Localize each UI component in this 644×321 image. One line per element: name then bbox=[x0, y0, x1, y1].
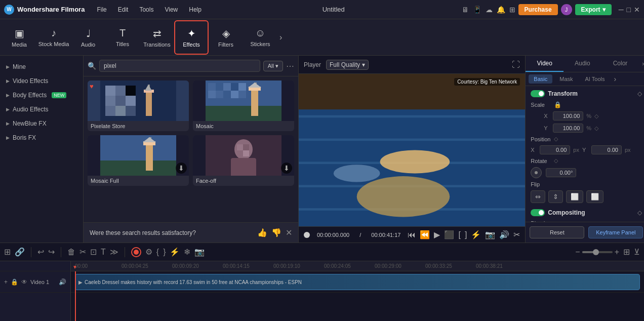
settings-tl-icon[interactable]: ⚙ bbox=[145, 247, 152, 257]
upload-icon[interactable]: ☁ bbox=[486, 6, 493, 14]
cut-icon[interactable]: ✂ bbox=[79, 247, 86, 257]
mark-out-tl-icon[interactable]: } bbox=[163, 248, 166, 257]
skip-back-icon[interactable]: ⏮ bbox=[408, 230, 416, 239]
phone-icon[interactable]: 📱 bbox=[473, 6, 481, 14]
stop-icon[interactable]: ⬛ bbox=[444, 230, 454, 239]
crop-tl-icon[interactable]: ⊡ bbox=[90, 247, 97, 257]
tool-stock-media[interactable]: ♪ Stock Media bbox=[36, 20, 71, 55]
tool-media[interactable]: ▣ Media bbox=[2, 20, 36, 55]
avatar[interactable]: J bbox=[561, 4, 572, 15]
playhead[interactable] bbox=[75, 271, 76, 321]
purchase-button[interactable]: Purchase bbox=[518, 4, 558, 15]
compositing-reset-icon[interactable]: ◇ bbox=[637, 209, 642, 216]
flip-horizontal-button[interactable]: ⇔ bbox=[531, 190, 545, 203]
rotate-dial[interactable] bbox=[531, 167, 542, 178]
tool-stickers[interactable]: ☺ Stickers bbox=[243, 20, 277, 55]
scale-x-reset-icon[interactable]: ◇ bbox=[594, 113, 598, 119]
tool-effects[interactable]: ✦ Effects bbox=[174, 20, 209, 55]
tab-audio[interactable]: Audio bbox=[564, 56, 601, 72]
menu-tools[interactable]: Tools bbox=[135, 5, 157, 15]
track-volume-icon[interactable]: 🔊 bbox=[59, 278, 66, 286]
sidebar-item-newblue-fx[interactable]: ▶ NewBlue FX bbox=[0, 116, 83, 131]
tool-titles[interactable]: T Titles bbox=[105, 20, 140, 55]
crop-icon[interactable]: ✂ bbox=[513, 230, 520, 239]
volume-icon[interactable]: 🔊 bbox=[499, 230, 509, 239]
tab-color[interactable]: Color bbox=[601, 56, 639, 72]
feedback-close-icon[interactable]: ✕ bbox=[286, 228, 292, 237]
scale-y-input[interactable]: 100.00 bbox=[553, 124, 583, 133]
compositing-toggle[interactable] bbox=[531, 209, 545, 216]
zoom-out-icon[interactable]: − bbox=[575, 248, 580, 257]
fullscreen-icon[interactable]: ⛶ bbox=[512, 60, 520, 69]
export-button[interactable]: Export ▾ bbox=[575, 4, 612, 15]
mark-in-tl-icon[interactable]: { bbox=[156, 248, 159, 257]
add-track-icon[interactable]: ⊞ bbox=[4, 247, 11, 257]
video-clip[interactable]: ▶ Caeleb Dressel makes history with reco… bbox=[75, 274, 640, 290]
text-tl-icon[interactable]: T bbox=[101, 248, 106, 257]
expand-tl-icon[interactable]: ⊻ bbox=[634, 247, 640, 257]
transform-toggle[interactable] bbox=[531, 90, 545, 97]
effect-card-mosaic[interactable]: Mosaic bbox=[193, 81, 294, 131]
flip-btn3[interactable]: ⬜ bbox=[566, 190, 583, 203]
menu-view[interactable]: View bbox=[160, 5, 182, 15]
sidebar-item-body-effects[interactable]: ▶ Body Effects NEW bbox=[0, 88, 83, 102]
position-y-input[interactable]: 0.00 bbox=[591, 145, 622, 154]
rotate-reset-icon[interactable]: ◇ bbox=[554, 157, 558, 164]
tool-audio[interactable]: ♩ Audio bbox=[71, 20, 105, 55]
sub-tab-mask[interactable]: Mask bbox=[554, 74, 578, 84]
zoom-slider[interactable] bbox=[582, 251, 613, 253]
track-lock-icon[interactable]: 🔒 bbox=[11, 278, 18, 286]
tab-video[interactable]: Video bbox=[526, 56, 564, 72]
scale-x-input[interactable]: 100.00 bbox=[553, 111, 583, 121]
delete-icon[interactable]: 🗑 bbox=[67, 248, 75, 257]
search-input[interactable] bbox=[99, 60, 260, 72]
effect-card-mosaic-full[interactable]: ⬇ Mosaic Full bbox=[88, 135, 189, 186]
zoom-in-icon[interactable]: + bbox=[615, 248, 619, 257]
tool-transitions[interactable]: ⇄ Transitions bbox=[140, 20, 174, 55]
more-options-icon[interactable]: ⋯ bbox=[286, 61, 294, 71]
bell-icon[interactable]: 🔔 bbox=[497, 6, 505, 14]
play-icon[interactable]: ▶ bbox=[434, 230, 440, 239]
scale-lock-icon[interactable]: 🔒 bbox=[554, 101, 561, 108]
effect-card-face-off[interactable]: ⬇ Face-off bbox=[193, 135, 294, 186]
effect-card-pixelate-store[interactable]: ♥ bbox=[88, 81, 189, 131]
sub-tab-basic[interactable]: Basic bbox=[529, 74, 552, 84]
thumbs-up-icon[interactable]: 👍 bbox=[257, 228, 267, 237]
download-mosaic-full-icon[interactable]: ⬇ bbox=[176, 163, 187, 174]
download-face-off-icon[interactable]: ⬇ bbox=[281, 163, 292, 174]
menu-help[interactable]: Help bbox=[185, 5, 206, 15]
track-eye-icon[interactable]: 👁 bbox=[21, 278, 27, 286]
position-x-input[interactable]: 0.00 bbox=[540, 145, 570, 154]
rotate-input[interactable]: 0.00° bbox=[546, 168, 576, 177]
filter-dropdown[interactable]: All ▾ bbox=[263, 61, 283, 71]
grid-tl-icon[interactable]: ⊞ bbox=[623, 247, 630, 257]
keyframe-panel-button[interactable]: Keyframe Panel bbox=[588, 226, 643, 238]
redo-icon[interactable]: ↪ bbox=[48, 247, 55, 257]
monitor-icon[interactable]: 🖥 bbox=[462, 6, 469, 14]
more-tl-icon[interactable]: ≫ bbox=[110, 247, 118, 257]
split-tl-icon[interactable]: ⚡ bbox=[170, 247, 180, 257]
right-tab-expand-icon[interactable]: › bbox=[639, 56, 644, 72]
flip-vertical-button[interactable]: ⇕ bbox=[548, 190, 563, 203]
sidebar-item-audio-effects[interactable]: ▶ Audio Effects bbox=[0, 102, 83, 116]
sidebar-item-mine[interactable]: ▶ Mine bbox=[0, 60, 83, 74]
sub-tab-expand-icon[interactable]: › bbox=[612, 74, 618, 84]
snapshot-tl-icon[interactable]: 📷 bbox=[194, 247, 205, 257]
mark-out-icon[interactable]: ] bbox=[465, 230, 467, 239]
sub-tab-ai-tools[interactable]: AI Tools bbox=[580, 74, 610, 84]
track-add-icon[interactable]: + bbox=[4, 278, 8, 286]
toolbar-expand-arrow[interactable]: › bbox=[277, 33, 284, 42]
frame-back-icon[interactable]: ⏪ bbox=[420, 230, 430, 239]
split-icon[interactable]: ⚡ bbox=[471, 230, 481, 239]
transform-reset-icon[interactable]: ◇ bbox=[637, 90, 642, 97]
record-button[interactable] bbox=[131, 247, 141, 257]
link-icon[interactable]: 🔗 bbox=[15, 247, 25, 257]
quality-select[interactable]: Full Quality ▾ bbox=[326, 60, 369, 70]
tool-filters[interactable]: ◈ Filters bbox=[209, 20, 243, 55]
grid-icon[interactable]: ⊞ bbox=[509, 6, 515, 14]
freeze-tl-icon[interactable]: ❄ bbox=[184, 247, 190, 257]
thumbs-down-icon[interactable]: 👎 bbox=[271, 228, 281, 237]
scale-y-reset-icon[interactable]: ◇ bbox=[594, 125, 598, 132]
undo-icon[interactable]: ↩ bbox=[37, 247, 44, 257]
menu-edit[interactable]: Edit bbox=[114, 5, 133, 15]
